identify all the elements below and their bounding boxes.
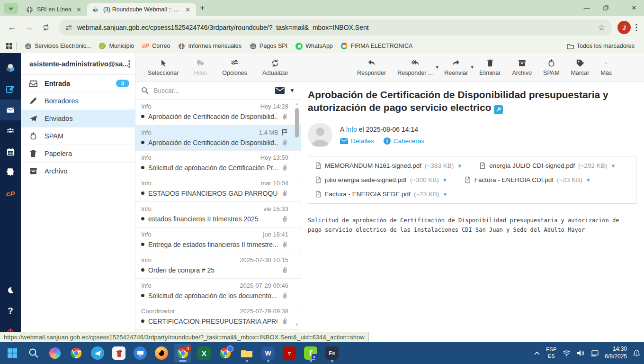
attachment-menu-caret-icon[interactable]: ▼ — [442, 177, 447, 183]
message-row[interactable]: Info 2025-07-30 10:15 Orden de compra # … — [135, 253, 301, 279]
open-in-new-window-icon[interactable] — [494, 105, 503, 114]
forward-button[interactable]: → — [22, 20, 36, 35]
hilos-button[interactable]: Hilos — [189, 58, 212, 76]
details-link[interactable]: Detalles — [340, 137, 374, 145]
help-icon[interactable]: ? — [0, 300, 21, 321]
message-row[interactable]: Info vie 15:33 estados financieros II tr… — [135, 202, 301, 228]
message-row[interactable]: Info jue 16:41 Entrega de estados financ… — [135, 228, 301, 253]
attachment-menu-caret-icon[interactable]: ▼ — [442, 191, 447, 197]
volume-icon[interactable] — [577, 350, 584, 356]
url-text[interactable]: webmail.sanjuan.gob.ec/cpsess1525424746/… — [77, 24, 593, 31]
bookmark-item[interactable]: cPCorreo — [138, 41, 174, 51]
taskbar-acrobat-icon[interactable]: ▿ — [281, 344, 298, 363]
folder-item-entrada[interactable]: Entrada3 — [21, 75, 135, 92]
bookmark-item[interactable]: WhatsApp — [291, 41, 337, 51]
bookmark-item[interactable]: Pagos SPI — [245, 41, 291, 51]
tab-close-icon[interactable]: ✕ — [75, 6, 82, 13]
new-tab-button[interactable]: + — [200, 3, 205, 13]
restore-button[interactable] — [603, 5, 617, 10]
taskbar-start-icon[interactable] — [4, 344, 21, 363]
attachment-chip[interactable]: julio energia sede-signed.pdf (~300 KB) … — [315, 176, 447, 184]
settings-gear-icon[interactable] — [0, 162, 21, 183]
site-settings-icon[interactable] — [65, 24, 72, 31]
tray-expand-icon[interactable] — [534, 351, 540, 355]
reenviar-button[interactable]: ▼Reenviar — [439, 58, 473, 76]
attachment-chip[interactable]: Factura - ENERGIA CDI.pdf (~23 KB) ▼ — [465, 176, 591, 184]
scroll-thumb[interactable] — [295, 108, 299, 137]
taskbar-copilot-icon[interactable] — [46, 344, 63, 363]
actualizar-button[interactable]: Actualizar — [258, 58, 293, 76]
taskbar-word-icon[interactable]: W — [259, 344, 277, 363]
marcar-button[interactable]: Marcar — [566, 58, 594, 76]
taskbar-chrome-icon[interactable] — [68, 344, 85, 363]
wifi-icon[interactable] — [563, 350, 571, 356]
tab-close-icon[interactable]: ✕ — [184, 6, 191, 13]
cast-icon[interactable] — [590, 350, 599, 356]
calendar-icon[interactable] — [0, 141, 21, 162]
notification-bell-icon[interactable]: z — [633, 350, 640, 357]
responder-button[interactable]: Responder — [352, 58, 391, 76]
message-row[interactable]: Coordinador 2025-07-29 09:38 CERTIFICACI… — [135, 304, 301, 330]
bookmark-item[interactable]: Municipio — [95, 41, 138, 51]
search-scope-envelope-icon[interactable] — [275, 87, 285, 94]
attachment-chip[interactable]: energia JULIO CDI-signed.pdf (~292 KB) ▼ — [479, 162, 616, 170]
taskbar-excel-icon[interactable]: X — [196, 344, 213, 363]
close-button[interactable]: ✕ — [627, 4, 641, 11]
headers-link[interactable]: Cabeceras — [384, 137, 424, 145]
profile-avatar[interactable]: J — [617, 21, 631, 34]
taskbar-search-icon[interactable] — [25, 344, 42, 363]
taskbar-recycle-icon[interactable] — [110, 344, 127, 363]
taskbar-telegram-icon[interactable] — [89, 344, 106, 363]
opciones-button[interactable]: Opciones — [217, 58, 252, 76]
folder-item-borradores[interactable]: Borradores — [21, 92, 135, 110]
address-bar[interactable]: webmail.sanjuan.gob.ec/cpsess1525424746/… — [59, 19, 612, 36]
bookmark-item[interactable]: Servicios Electrónic... — [20, 41, 95, 51]
back-button[interactable]: ← — [5, 20, 19, 35]
folder-item-enviados[interactable]: Enviados — [21, 110, 135, 127]
message-row[interactable]: Info 2025-07-29 09:46 Solicitud de aprob… — [135, 279, 301, 304]
seleccionar-button[interactable]: Seleccionar — [143, 58, 183, 76]
dropdown-caret-icon[interactable]: ▼ — [435, 64, 439, 70]
mail-icon[interactable] — [0, 100, 21, 120]
search-options-chevron-icon[interactable]: ▼ — [289, 87, 295, 94]
compose-icon[interactable] — [0, 79, 21, 100]
m-s-button[interactable]: Más — [596, 58, 617, 76]
apps-grid-icon[interactable] — [6, 43, 12, 49]
attachment-menu-caret-icon[interactable]: ▼ — [457, 163, 462, 169]
folder-item-spam[interactable]: SPAM — [21, 127, 135, 145]
taskbar-remote-icon[interactable] — [132, 344, 149, 363]
browser-menu-icon[interactable] — [634, 24, 639, 31]
language-indicator[interactable]: ESPES — [546, 346, 556, 360]
scroll-down-icon[interactable]: ▼ — [295, 322, 299, 327]
responder-button[interactable]: ▼Responder ... — [393, 58, 438, 76]
message-row[interactable]: Info 1.4 MB Aprobación de Certificación … — [135, 125, 301, 151]
account-menu-icon[interactable] — [128, 60, 130, 68]
search-input[interactable] — [153, 87, 270, 94]
spam-button[interactable]: SPAM — [538, 58, 564, 76]
attachment-chip[interactable]: MEMORANDUM N161-signed.pdf (~383 KB) ▼ — [315, 162, 462, 170]
attachment-menu-caret-icon[interactable]: ▼ — [610, 163, 616, 169]
message-row[interactable]: Info Hoy 13:59 Solicitud de aprobación d… — [135, 151, 301, 176]
taskbar-chrome-call-icon[interactable] — [217, 344, 234, 363]
list-scrollbar[interactable]: ▲ ▼ — [294, 101, 300, 327]
cpanel-icon[interactable]: cP — [0, 183, 21, 204]
dropdown-caret-icon[interactable]: ▼ — [470, 64, 474, 70]
taskbar-firefox-icon[interactable] — [153, 344, 170, 363]
recipient-link[interactable]: Info — [346, 126, 357, 133]
eliminar-button[interactable]: Eliminar — [474, 58, 505, 76]
attachment-menu-caret-icon[interactable]: ▼ — [586, 177, 591, 183]
taskbar-chrome-active-icon[interactable]: J — [174, 344, 191, 363]
minimize-button[interactable]: — — [580, 4, 594, 11]
folder-item-archivo[interactable]: Archivo — [21, 163, 135, 180]
browser-tab[interactable]: (3) Roundcube Webmail :: Envia ✕ — [87, 3, 196, 16]
scroll-up-icon[interactable]: ▲ — [295, 101, 299, 106]
all-bookmarks-button[interactable]: Todos los marcadores — [563, 41, 638, 51]
message-row[interactable]: Info Hoy 14:28 Aprobación de Certificaci… — [135, 100, 301, 125]
folder-item-papelera[interactable]: Papelera — [21, 145, 135, 163]
taskbar-explorer-icon[interactable] — [238, 344, 255, 363]
attachment-chip[interactable]: Factura - ENERGIA SEDE.pdf (~23 KB) ▼ — [315, 190, 447, 198]
message-row[interactable]: Info mar 10:04 ESTADOS FINANCIEROS GAD P… — [135, 176, 301, 202]
reload-button[interactable] — [39, 20, 53, 35]
tab-search-chevron-icon[interactable] — [4, 3, 18, 14]
bookmark-star-icon[interactable]: ☆ — [598, 23, 605, 33]
